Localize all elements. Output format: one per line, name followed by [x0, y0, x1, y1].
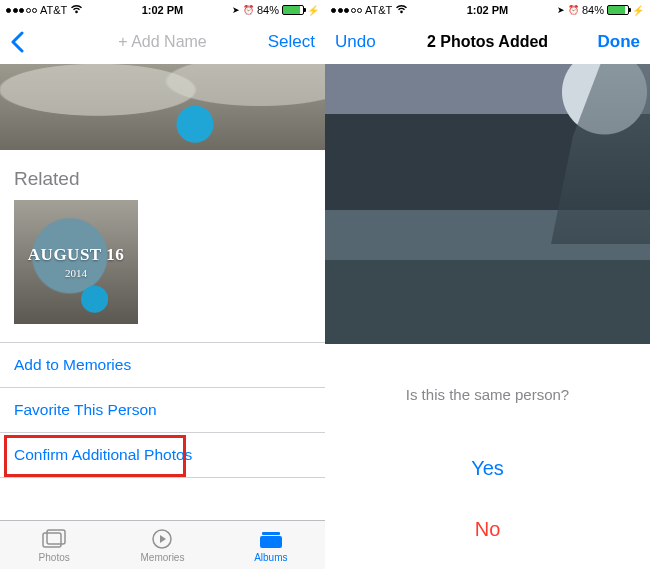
battery-icon: [282, 5, 304, 15]
related-memory-year: 2014: [65, 267, 87, 279]
tab-bar: Photos Memories Albums: [0, 520, 325, 569]
action-list: Add to Memories Favorite This Person Con…: [0, 342, 325, 478]
location-icon: ➤: [557, 6, 565, 15]
done-button[interactable]: Done: [598, 32, 641, 52]
albums-tab-icon: [259, 528, 283, 550]
undo-button[interactable]: Undo: [335, 32, 376, 52]
screen-person-detail: AT&T 1:02 PM ➤ ⏰ 84% ⚡ + Add Name Select…: [0, 0, 325, 569]
svg-rect-0: [43, 533, 61, 547]
tab-photos[interactable]: Photos: [0, 521, 108, 569]
related-memory-date: AUGUST 16: [28, 245, 124, 265]
tab-label: Memories: [141, 552, 185, 563]
signal-strength-icon: [331, 8, 362, 13]
alarm-icon: ⏰: [243, 6, 254, 15]
charging-icon: ⚡: [307, 5, 319, 16]
confirm-prompt: Is this the same person?: [325, 386, 650, 403]
related-section-title: Related: [0, 150, 325, 200]
favorite-person-row[interactable]: Favorite This Person: [0, 387, 325, 432]
confirm-yes-button[interactable]: Yes: [325, 457, 650, 480]
add-name-title[interactable]: + Add Name: [80, 33, 245, 51]
alarm-icon: ⏰: [568, 6, 579, 15]
tab-label: Albums: [254, 552, 287, 563]
memories-tab-icon: [150, 528, 174, 550]
location-icon: ➤: [232, 6, 240, 15]
tab-memories[interactable]: Memories: [108, 521, 216, 569]
photos-added-title: 2 Photos Added: [405, 33, 570, 51]
signal-strength-icon: [6, 8, 37, 13]
tab-albums[interactable]: Albums: [217, 521, 325, 569]
candidate-photo: [325, 64, 650, 344]
nav-bar: Undo 2 Photos Added Done: [325, 20, 650, 64]
carrier-label: AT&T: [40, 4, 67, 16]
related-memory-thumb[interactable]: AUGUST 16 2014: [14, 200, 138, 324]
svg-rect-4: [260, 536, 282, 548]
confirm-no-button[interactable]: No: [325, 518, 650, 541]
svg-rect-1: [47, 530, 65, 544]
svg-rect-3: [262, 532, 280, 535]
nav-bar: + Add Name Select: [0, 20, 325, 64]
add-to-memories-row[interactable]: Add to Memories: [0, 342, 325, 387]
carrier-label: AT&T: [365, 4, 392, 16]
back-button[interactable]: [10, 31, 24, 53]
status-bar: AT&T 1:02 PM ➤ ⏰ 84% ⚡: [0, 0, 325, 20]
battery-pct: 84%: [582, 4, 604, 16]
status-bar: AT&T 1:02 PM ➤ ⏰ 84% ⚡: [325, 0, 650, 20]
screen-confirm-photos: AT&T 1:02 PM ➤ ⏰ 84% ⚡ Undo 2 Photos Add…: [325, 0, 650, 569]
charging-icon: ⚡: [632, 5, 644, 16]
photos-tab-icon: [42, 528, 66, 550]
select-button[interactable]: Select: [268, 32, 315, 52]
wifi-icon: [70, 4, 83, 16]
battery-pct: 84%: [257, 4, 279, 16]
tab-label: Photos: [39, 552, 70, 563]
confirm-additional-photos-row[interactable]: Confirm Additional Photos: [0, 432, 325, 478]
wifi-icon: [395, 4, 408, 16]
person-photo-grid[interactable]: [0, 64, 325, 150]
battery-icon: [607, 5, 629, 15]
